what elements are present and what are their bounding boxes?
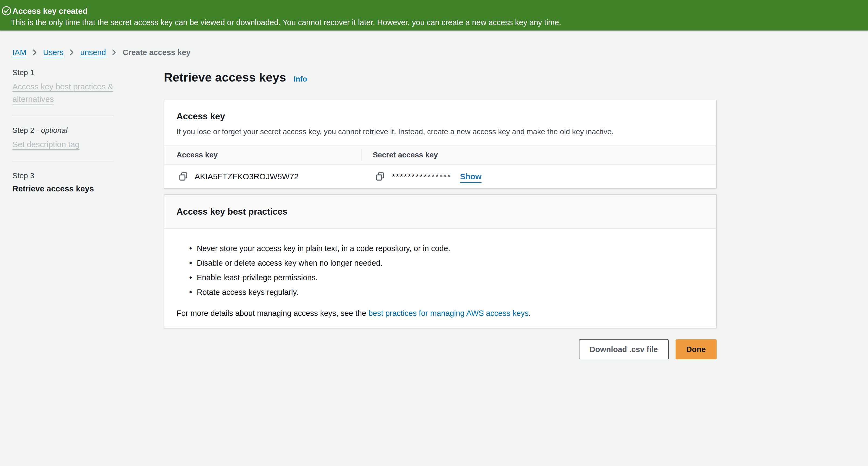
copy-icon[interactable] (375, 172, 385, 181)
column-header-access-key: Access key (164, 146, 361, 164)
access-key-panel-header: Access key If you lose or forget your se… (177, 111, 704, 137)
access-key-panel-title: Access key (177, 111, 704, 122)
access-key-cell: AKIA5FTZFKO3ROJW5W72 (164, 172, 361, 181)
best-practice-item: Disable or delete access key when no lon… (189, 257, 704, 269)
step-3-current-label: Retrieve access keys (12, 183, 114, 194)
column-header-secret-label: Secret access key (373, 151, 438, 159)
access-key-table-header: Access key Secret access key (164, 145, 716, 165)
step-2-link: Set description tag (12, 138, 79, 151)
show-secret-link[interactable]: Show (460, 172, 482, 181)
best-practice-item: Rotate access keys regularly. (189, 286, 704, 298)
page-title: Retrieve access keys (164, 69, 286, 86)
breadcrumb: IAM Users unsend Create access key (12, 47, 191, 58)
success-banner: Access key created This is the only time… (0, 0, 868, 31)
column-header-secret-access-key: Secret access key (361, 146, 716, 164)
step-3-eyebrow: Step 3 (12, 172, 34, 180)
step-2-qualifier: optional (41, 126, 67, 134)
banner-message: This is the only time that the secret ac… (11, 18, 561, 27)
check-circle-icon (1, 6, 11, 16)
info-link[interactable]: Info (293, 75, 307, 84)
step-1-group: Step 1 Access key best practices & alter… (12, 67, 114, 105)
footer-text-suffix: . (529, 309, 531, 317)
best-practices-header: Access key best practices (164, 195, 716, 229)
download-csv-button[interactable]: Download .csv file (579, 339, 669, 359)
step-divider (12, 116, 114, 116)
step-1-eyebrow: Step 1 (12, 68, 34, 77)
best-practice-item: Never store your access key in plain tex… (189, 243, 704, 254)
wizard-step-nav: Step 1 Access key best practices & alter… (12, 67, 114, 194)
step-2-group: Step 2 - optional Set description tag (12, 125, 114, 151)
chevron-right-icon (32, 49, 37, 56)
done-button[interactable]: Done (676, 339, 717, 359)
access-key-panel: Access key If you lose or forget your se… (164, 100, 717, 189)
best-practices-doc-link[interactable]: best practices for managing AWS access k… (368, 309, 529, 317)
page-header: Retrieve access keys Info (164, 69, 307, 86)
copy-icon[interactable] (178, 172, 188, 181)
best-practices-list: Never store your access key in plain tex… (189, 243, 704, 298)
access-key-table-row: AKIA5FTZFKO3ROJW5W72 *************** Sho… (164, 165, 716, 188)
access-key-value: AKIA5FTZFKO3ROJW5W72 (195, 172, 299, 181)
wizard-actions: Download .csv file Done (164, 339, 717, 359)
chevron-right-icon (112, 49, 117, 56)
secret-access-key-masked: *************** (392, 172, 451, 181)
breadcrumb-current: Create access key (123, 47, 191, 58)
breadcrumb-link-iam[interactable]: IAM (12, 47, 26, 58)
chevron-right-icon (69, 49, 74, 56)
best-practices-title: Access key best practices (177, 207, 287, 217)
breadcrumb-link-unsend[interactable]: unsend (80, 47, 106, 58)
step-1-link: Access key best practices & alternatives (12, 81, 114, 105)
breadcrumb-link-users[interactable]: Users (43, 47, 64, 58)
banner-title: Access key created (12, 6, 88, 15)
best-practices-body: Never store your access key in plain tex… (164, 229, 716, 319)
step-3-group: Step 3 Retrieve access keys (12, 170, 114, 194)
step-2-eyebrow: Step 2 - (12, 126, 39, 134)
best-practice-item: Enable least-privilege permissions. (189, 272, 704, 283)
footer-text-prefix: For more details about managing access k… (177, 309, 368, 317)
best-practices-panel: Access key best practices Never store yo… (164, 194, 717, 328)
best-practices-footer: For more details about managing access k… (177, 308, 704, 319)
access-key-panel-description: If you lose or forget your secret access… (177, 127, 704, 137)
secret-access-key-cell: *************** Show (361, 172, 716, 181)
step-divider (12, 161, 114, 161)
